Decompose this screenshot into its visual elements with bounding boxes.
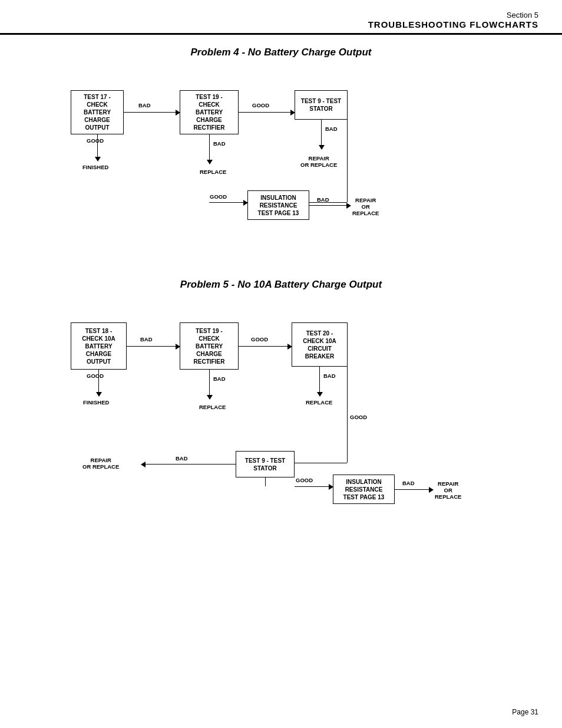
page-number: Page 31 — [512, 708, 538, 716]
test20-box: TEST 20 - CHECK 10A CIRCUIT BREAKER — [292, 322, 348, 367]
p5-bad2-label: BAD — [213, 375, 226, 382]
bad1-label: BAD — [138, 102, 151, 108]
p5-bad4-label: BAD — [176, 455, 188, 462]
test9a-box: TEST 9 - TEST STATOR — [295, 90, 348, 120]
p5-finished-label: FINISHED — [83, 399, 109, 406]
test9b-bad-arrow — [141, 464, 236, 465]
problem5-flowchart: TEST 18 - CHECK 10A BATTERY CHARGE OUTPU… — [24, 305, 538, 529]
good1-label: GOOD — [87, 137, 104, 144]
test17-box: TEST 17 - CHECK BATTERY CHARGE OUTPUT — [71, 90, 124, 134]
page-header: Section 5 TROUBLESHOOTING FLOWCHARTS — [0, 0, 562, 35]
test9b-label: TEST 9 - TEST STATOR — [245, 457, 285, 472]
test18-bad-arrow — [127, 346, 180, 347]
p5-good2-label: GOOD — [350, 414, 367, 420]
repair-replace2: REPAIR OR REPLACE — [352, 197, 379, 216]
p5-bad5-label: BAD — [402, 480, 415, 486]
replace1-label: REPLACE — [200, 169, 226, 175]
bad3-label: BAD — [325, 126, 338, 132]
insulation-bad-arrow — [309, 205, 351, 206]
test17-good-arrow — [97, 134, 98, 161]
test19a-label: TEST 19 - CHECK BATTERY CHARGE RECTIFIER — [194, 93, 225, 131]
page-footer: Page 31 — [512, 708, 538, 716]
test18-box: TEST 18 - CHECK 10A BATTERY CHARGE OUTPU… — [71, 322, 127, 370]
section-title: TROUBLESHOOTING FLOWCHARTS — [24, 19, 538, 29]
problem4-flowchart: TEST 17 - CHECK BATTERY CHARGE OUTPUT BA… — [24, 73, 538, 249]
insulation2-label: INSULATION RESISTANCE TEST PAGE 13 — [343, 478, 385, 501]
problem5-title: Problem 5 - No 10A Battery Charge Output — [24, 279, 538, 291]
test20-label: TEST 20 - CHECK 10A CIRCUIT BREAKER — [303, 330, 336, 360]
p5-good4-label: GOOD — [296, 477, 313, 483]
p5-good1-label: GOOD — [251, 336, 268, 342]
test19b-label: TEST 19 - CHECK BATTERY CHARGE RECTIFIER — [194, 327, 225, 365]
test17-bad-arrow — [124, 112, 180, 113]
problem4-section: Problem 4 - No Battery Charge Output TES… — [24, 47, 538, 249]
test19a-good-arrow — [239, 112, 295, 113]
test19b-good-arrow — [239, 346, 292, 347]
test18-good-arrow — [98, 370, 99, 396]
test20-bad-arrow — [319, 367, 320, 396]
section-line: Section 5 — [24, 11, 538, 19]
test18-label: TEST 18 - CHECK 10A BATTERY CHARGE OUTPU… — [82, 327, 115, 365]
p5-bad1-label: BAD — [140, 336, 153, 342]
p5-replace1-label: REPLACE — [199, 404, 226, 410]
insulation2-bad-arrow — [395, 489, 433, 490]
right-corner-v — [347, 105, 348, 202]
p5-replace2-label: REPLACE — [306, 399, 332, 406]
problem5-section: Problem 5 - No 10A Battery Charge Output… — [24, 279, 538, 529]
insulation-box: INSULATION RESISTANCE TEST PAGE 13 — [247, 190, 309, 220]
test17-label: TEST 17 - CHECK BATTERY CHARGE OUTPUT — [84, 93, 111, 131]
problem4-title: Problem 4 - No Battery Charge Output — [24, 47, 538, 58]
test19a-box: TEST 19 - CHECK BATTERY CHARGE RECTIFIER — [180, 90, 239, 134]
p5-bad3-label: BAD — [323, 373, 336, 379]
test19b-bad-arrow — [209, 370, 210, 399]
test19b-box: TEST 19 - CHECK BATTERY CHARGE RECTIFIER — [180, 322, 239, 370]
repair-replace1: REPAIR OR REPLACE — [300, 155, 337, 168]
p5-repair-replace1: REPAIR OR REPLACE — [82, 457, 119, 470]
test9b-box: TEST 9 - TEST STATOR — [236, 451, 295, 477]
test19a-bad-arrow — [209, 134, 210, 164]
test9b-good-arrow — [295, 486, 333, 487]
test9a-bad-arrow — [321, 120, 322, 149]
good3-label: GOOD — [210, 193, 227, 200]
p5-good3-label: GOOD — [87, 373, 104, 379]
good2-label: GOOD — [252, 102, 269, 108]
insulation-label: INSULATION RESISTANCE TEST PAGE 13 — [258, 194, 299, 217]
p5-right-v — [347, 345, 348, 463]
insulation2-box: INSULATION RESISTANCE TEST PAGE 13 — [333, 475, 395, 504]
test9a-label: TEST 9 - TEST STATOR — [301, 97, 341, 113]
bad4-label: BAD — [317, 196, 329, 203]
page-content: Problem 4 - No Battery Charge Output TES… — [0, 35, 562, 570]
insulation-good-arrow — [209, 202, 247, 203]
p5-repair-replace2: REPAIR OR REPLACE — [435, 480, 461, 500]
test9b-down-v — [265, 477, 266, 486]
finished1-label: FINISHED — [82, 164, 108, 170]
bad2-label: BAD — [213, 140, 226, 147]
